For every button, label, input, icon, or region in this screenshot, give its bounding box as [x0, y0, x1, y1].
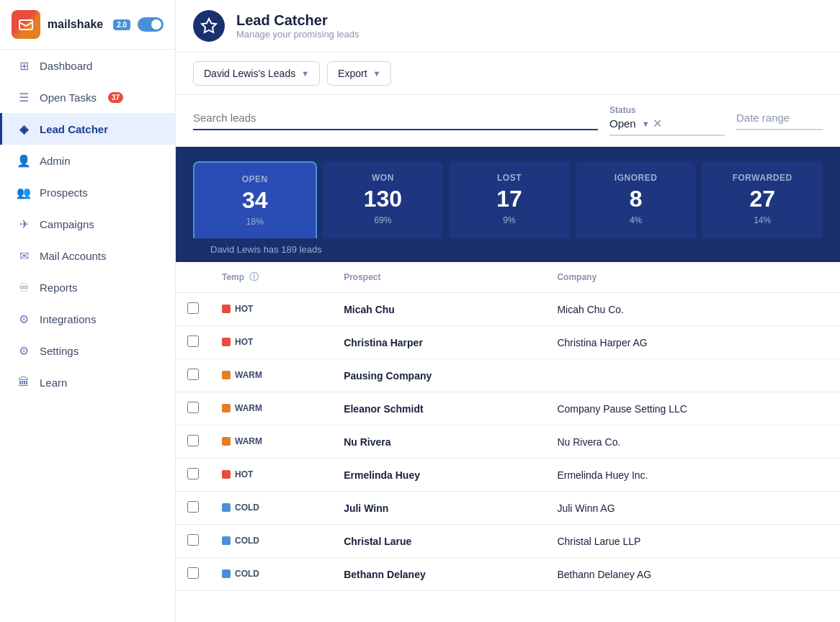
- date-range-label[interactable]: Date range: [736, 112, 790, 124]
- row-company-2: [545, 359, 840, 392]
- temp-dot-6: [222, 503, 231, 512]
- checkbox-3[interactable]: [187, 402, 199, 413]
- reports-icon: ♾: [17, 280, 31, 294]
- sidebar-item-label: Integrations: [40, 313, 96, 325]
- checkbox-4[interactable]: [187, 435, 199, 446]
- app-name: mailshake: [48, 18, 103, 31]
- table-row[interactable]: WARM Pausing Company: [176, 359, 840, 392]
- col-checkbox: [176, 262, 210, 293]
- checkbox-8[interactable]: [187, 567, 199, 579]
- header-icon: [193, 10, 225, 42]
- chevron-down-icon[interactable]: ▼: [642, 120, 650, 128]
- row-checkbox-8: [176, 558, 210, 591]
- search-input-wrap: [193, 112, 598, 130]
- row-checkbox-6: [176, 492, 210, 525]
- row-prospect-4: Nu Rivera: [332, 425, 545, 459]
- main-content: Lead Catcher Manage your promising leads…: [176, 0, 840, 622]
- stat-card-won[interactable]: WON 130 69%: [323, 161, 444, 238]
- status-value: Open: [609, 117, 636, 130]
- row-checkbox-0: [176, 293, 210, 326]
- mail-accounts-icon: ✉: [17, 248, 31, 263]
- open-tasks-icon: ☰: [17, 90, 31, 104]
- sidebar-item-lead-catcher[interactable]: ◈ Lead Catcher: [0, 113, 175, 145]
- table-row[interactable]: HOT Micah Chu Micah Chu Co.: [176, 293, 840, 326]
- table-row[interactable]: WARM Nu Rivera Nu Rivera Co.: [176, 425, 840, 459]
- row-checkbox-5: [176, 459, 210, 492]
- page-subtitle: Manage your promising leads: [236, 29, 359, 40]
- temp-badge-6: COLD: [222, 502, 259, 513]
- leads-selector-button[interactable]: David Lewis's Leads ▼: [193, 61, 320, 86]
- row-company-0: Micah Chu Co.: [545, 293, 840, 326]
- stat-label-won: WON: [334, 173, 432, 183]
- checkbox-7[interactable]: [187, 534, 199, 546]
- sidebar-item-label: Mail Accounts: [40, 250, 107, 262]
- row-prospect-2: Pausing Company: [332, 359, 545, 392]
- sidebar-item-settings[interactable]: ⚙ Settings: [0, 335, 175, 366]
- table-row[interactable]: COLD Christal Larue Christal Larue LLP: [176, 525, 840, 558]
- table-row[interactable]: HOT Christina Harper Christina Harper AG: [176, 326, 840, 359]
- sidebar-item-mail-accounts[interactable]: ✉ Mail Accounts: [0, 240, 175, 271]
- temp-dot-5: [222, 470, 231, 479]
- stat-card-open[interactable]: OPEN 34 18%: [193, 161, 317, 238]
- checkbox-5[interactable]: [187, 468, 199, 479]
- sidebar-item-admin[interactable]: 👤 Admin: [0, 145, 175, 176]
- checkbox-1[interactable]: [187, 335, 199, 347]
- row-checkbox-1: [176, 326, 210, 359]
- stat-value-won: 130: [334, 186, 432, 212]
- sidebar-item-label: Dashboard: [40, 60, 92, 72]
- row-temp-0: HOT: [210, 293, 332, 326]
- temp-badge-0: HOT: [222, 304, 253, 314]
- stat-label-ignored: IGNORED: [587, 173, 685, 183]
- logo-icon: [12, 10, 40, 39]
- row-prospect-7: Christal Larue: [332, 525, 545, 558]
- nav-list: ⊞ Dashboard ☰ Open Tasks 37 ◈ Lead Catch…: [0, 50, 175, 398]
- sidebar-item-campaigns[interactable]: ✈ Campaigns: [0, 208, 175, 240]
- row-company-7: Christal Larue LLP: [545, 525, 840, 558]
- export-button[interactable]: Export ▼: [327, 61, 391, 86]
- admin-icon: 👤: [17, 153, 31, 168]
- stat-pct-won: 69%: [334, 215, 432, 225]
- table-row[interactable]: HOT Ermelinda Huey Ermelinda Huey Inc.: [176, 459, 840, 492]
- leads-table: Temp ⓘ Prospect Company HOT Micah Chu Mi…: [176, 262, 840, 591]
- stat-label-lost: LOST: [460, 173, 558, 183]
- toggle-switch[interactable]: [138, 17, 164, 32]
- page-header-text: Lead Catcher Manage your promising leads: [236, 12, 359, 40]
- leads-selector-label: David Lewis's Leads: [204, 68, 295, 79]
- stat-label-forwarded: FORWARDED: [713, 173, 811, 183]
- sidebar-item-label: Learn: [40, 377, 67, 389]
- sidebar-item-reports[interactable]: ♾ Reports: [0, 271, 175, 303]
- table-row[interactable]: COLD Juli Winn Juli Winn AG: [176, 492, 840, 525]
- sidebar-item-learn[interactable]: 🏛 Learn: [0, 366, 175, 398]
- temp-badge-3: WARM: [222, 403, 262, 413]
- table-row[interactable]: WARM Eleanor Schmidt Company Pause Setti…: [176, 392, 840, 425]
- sidebar-item-label: Admin: [40, 155, 71, 167]
- row-checkbox-3: [176, 392, 210, 425]
- row-temp-7: COLD: [210, 525, 332, 558]
- checkbox-2[interactable]: [187, 369, 199, 380]
- integrations-icon: ⚙: [17, 312, 31, 326]
- stat-card-ignored[interactable]: IGNORED 8 4%: [576, 161, 697, 238]
- stat-card-forwarded[interactable]: FORWARDED 27 14%: [702, 161, 823, 238]
- search-input[interactable]: [193, 112, 598, 124]
- row-prospect-1: Christina Harper: [332, 326, 545, 359]
- sidebar-item-prospects[interactable]: 👥 Prospects: [0, 176, 175, 208]
- stat-card-lost[interactable]: LOST 17 9%: [449, 161, 570, 238]
- stat-pct-forwarded: 14%: [713, 215, 811, 225]
- col-temp: Temp ⓘ: [210, 262, 332, 293]
- badge-open-tasks: 37: [108, 92, 123, 103]
- temp-badge-4: WARM: [222, 436, 262, 446]
- checkbox-6[interactable]: [187, 501, 199, 513]
- stat-value-open: 34: [206, 187, 304, 214]
- row-temp-2: WARM: [210, 359, 332, 392]
- sidebar-item-open-tasks[interactable]: ☰ Open Tasks 37: [0, 81, 175, 113]
- temp-dot-7: [222, 536, 231, 545]
- sidebar-item-integrations[interactable]: ⚙ Integrations: [0, 303, 175, 335]
- clear-status-button[interactable]: ✕: [653, 117, 662, 130]
- row-prospect-3: Eleanor Schmidt: [332, 392, 545, 425]
- table-row[interactable]: COLD Bethann Delaney Bethann Delaney AG: [176, 558, 840, 591]
- checkbox-0[interactable]: [187, 302, 199, 314]
- svg-rect-0: [19, 20, 32, 30]
- row-company-1: Christina Harper AG: [545, 326, 840, 359]
- sidebar-item-dashboard[interactable]: ⊞ Dashboard: [0, 50, 175, 81]
- stats-bar: OPEN 34 18% WON 130 69% LOST 17 9% IGNOR…: [176, 147, 840, 262]
